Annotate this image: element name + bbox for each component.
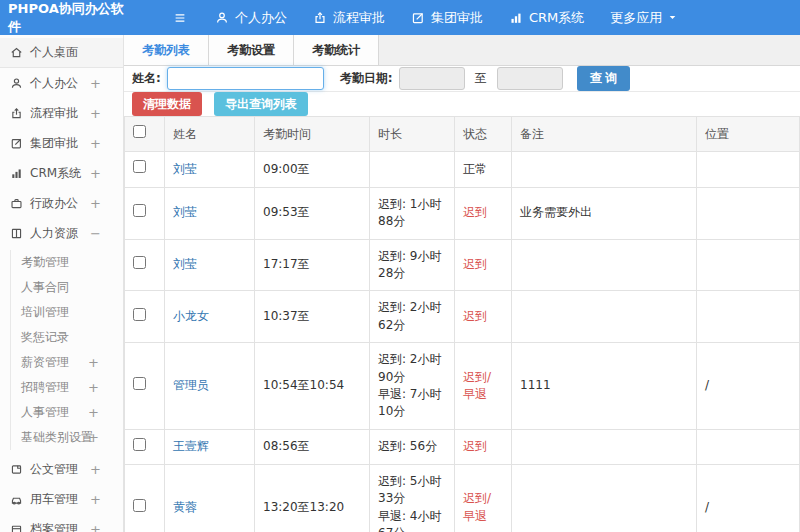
employee-name-link[interactable]: 黄蓉: [173, 500, 197, 514]
expand-icon[interactable]: +: [90, 166, 101, 181]
flow-icon: [313, 11, 327, 25]
row-checkbox[interactable]: [133, 256, 146, 269]
date-to-input[interactable]: [497, 67, 563, 90]
expand-icon[interactable]: +: [88, 355, 99, 370]
sidebar-item-人事合同[interactable]: 人事合同: [11, 275, 123, 300]
sidebar-item-label: 考勤管理: [21, 254, 69, 271]
duration-cell: 迟到: 2小时62分: [370, 291, 455, 343]
expand-icon[interactable]: +: [90, 196, 101, 211]
name-cell: 小龙女: [165, 291, 255, 343]
sidebar-item-label: 个人桌面: [30, 44, 78, 61]
nav-item-集团审批[interactable]: 集团审批: [411, 9, 483, 27]
employee-name-link[interactable]: 刘莹: [173, 205, 197, 219]
sidebar-item-个人办公[interactable]: 个人办公+: [0, 68, 123, 98]
duration-line: 迟到: 56分: [378, 438, 446, 455]
nav-item-流程审批[interactable]: 流程审批: [313, 9, 385, 27]
sidebar-item-档案管理[interactable]: 档案管理+: [0, 514, 123, 532]
column-header-姓名: 姓名: [165, 117, 255, 152]
employee-name-link[interactable]: 小龙女: [173, 309, 209, 323]
chart-icon: [509, 11, 523, 25]
employee-name-link[interactable]: 王壹辉: [173, 439, 209, 453]
checkbox-cell: [125, 465, 165, 532]
note-cell: 业务需要外出: [512, 187, 697, 239]
clean-data-button[interactable]: 清理数据: [132, 92, 202, 116]
location-cell: /: [697, 343, 800, 430]
expand-icon[interactable]: +: [90, 136, 101, 151]
sidebar-item-个人桌面[interactable]: 个人桌面: [0, 38, 123, 68]
column-header-状态: 状态: [455, 117, 512, 152]
name-filter-label: 姓名:: [132, 70, 161, 87]
checkbox-cell: [125, 239, 165, 291]
employee-name-link[interactable]: 管理员: [173, 378, 209, 392]
expand-icon[interactable]: +: [90, 522, 101, 532]
duration-line: 迟到: 2小时62分: [378, 299, 446, 334]
sidebar-item-label: 薪资管理: [21, 354, 69, 371]
expand-icon[interactable]: +: [88, 380, 99, 395]
sidebar-item-label: 培训管理: [21, 304, 69, 321]
sidebar-item-用车管理[interactable]: 用车管理+: [0, 484, 123, 514]
employee-name-link[interactable]: 刘莹: [173, 162, 197, 176]
collapse-icon[interactable]: −: [90, 226, 101, 241]
name-filter-input[interactable]: [167, 67, 324, 90]
sidebar-item-人力资源[interactable]: 人力资源−: [0, 218, 123, 248]
table-row: 王壹辉08:56至迟到: 56分迟到: [125, 429, 800, 464]
expand-icon[interactable]: +: [90, 492, 101, 507]
note-cell: [512, 239, 697, 291]
tab-考勤列表[interactable]: 考勤列表: [124, 35, 209, 65]
sidebar-item-集团审批[interactable]: 集团审批+: [0, 128, 123, 158]
attendance-time-cell: 10:37至: [255, 291, 370, 343]
sidebar-item-label: CRM系统: [30, 165, 81, 182]
employee-name-link[interactable]: 刘莹: [173, 257, 197, 271]
table-row: 小龙女10:37至迟到: 2小时62分迟到: [125, 291, 800, 343]
expand-icon[interactable]: +: [90, 106, 101, 121]
date-from-input[interactable]: [399, 67, 465, 90]
nav-item-label: 个人办公: [235, 9, 287, 27]
column-header-备注: 备注: [512, 117, 697, 152]
sidebar-item-CRM系统[interactable]: CRM系统+: [0, 158, 123, 188]
sidebar-item-薪资管理[interactable]: 薪资管理+: [11, 350, 123, 375]
table-row: 管理员10:54至10:54迟到: 2小时90分早退: 7小时10分迟到/早退1…: [125, 343, 800, 430]
expand-icon[interactable]: +: [88, 405, 99, 420]
sidebar-item-流程审批[interactable]: 流程审批+: [0, 98, 123, 128]
sidebar-item-公文管理[interactable]: 公文管理+: [0, 454, 123, 484]
select-all-checkbox[interactable]: [133, 125, 146, 138]
export-list-button[interactable]: 导出查询列表: [214, 92, 308, 116]
row-checkbox[interactable]: [133, 204, 146, 217]
sidebar-item-行政办公[interactable]: 行政办公+: [0, 188, 123, 218]
sidebar-item-label: 档案管理: [30, 521, 78, 532]
sidebar-item-奖惩记录[interactable]: 奖惩记录: [11, 325, 123, 350]
doc-icon: [10, 463, 23, 476]
row-checkbox[interactable]: [133, 438, 146, 451]
car-icon: [10, 493, 23, 506]
attendance-time-cell: 10:54至10:54: [255, 343, 370, 430]
nav-item-个人办公[interactable]: 个人办公: [215, 9, 287, 27]
sidebar-item-人事管理[interactable]: 人事管理+: [11, 400, 123, 425]
status-cell: 正常: [455, 152, 512, 187]
expand-icon[interactable]: +: [88, 430, 99, 445]
hamburger-icon[interactable]: [173, 11, 187, 25]
tab-考勤设置[interactable]: 考勤设置: [209, 35, 294, 65]
sidebar-item-培训管理[interactable]: 培训管理: [11, 300, 123, 325]
row-checkbox[interactable]: [133, 160, 146, 173]
row-checkbox[interactable]: [133, 377, 146, 390]
row-checkbox[interactable]: [133, 308, 146, 321]
sidebar-item-招聘管理[interactable]: 招聘管理+: [11, 375, 123, 400]
duration-cell: 迟到: 1小时88分: [370, 187, 455, 239]
date-filter-label: 考勤日期:: [340, 70, 393, 87]
duration-line: 迟到: 9小时28分: [378, 248, 446, 283]
status-cell: 迟到/早退: [455, 465, 512, 532]
name-cell: 刘莹: [165, 239, 255, 291]
expand-icon[interactable]: +: [90, 76, 101, 91]
duration-cell: [370, 152, 455, 187]
content-area: 考勤列表考勤设置考勤统计 姓名: 考勤日期: 至 查 询 清理数据 导出查询列表…: [124, 35, 800, 532]
tab-考勤统计[interactable]: 考勤统计: [294, 35, 379, 65]
sidebar-item-考勤管理[interactable]: 考勤管理: [11, 250, 123, 275]
expand-icon[interactable]: +: [90, 462, 101, 477]
row-checkbox[interactable]: [133, 499, 146, 512]
nav-item-CRM系统[interactable]: CRM系统: [509, 9, 584, 27]
duration-line: 早退: 4小时67分: [378, 508, 446, 532]
briefcase-icon: [10, 197, 23, 210]
sidebar-item-基础类别设置[interactable]: 基础类别设置+: [11, 425, 123, 450]
nav-item-更多应用[interactable]: 更多应用: [610, 9, 677, 27]
query-button[interactable]: 查 询: [577, 66, 630, 91]
